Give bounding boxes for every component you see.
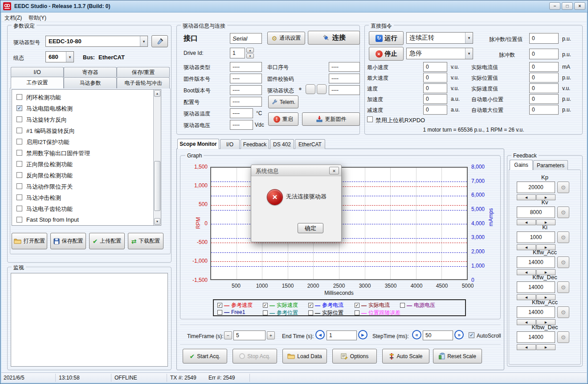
gain-dec-button[interactable]: ◀: [517, 344, 536, 350]
max-speed-input[interactable]: 0: [423, 73, 447, 83]
steptime-forward-button[interactable]: »: [454, 330, 464, 339]
status-button-1[interactable]: [306, 84, 315, 94]
tab-ethercat[interactable]: EtherCAT: [295, 139, 325, 149]
scroll-down-button[interactable]: ▼: [154, 218, 160, 225]
checkbox[interactable]: [16, 172, 22, 178]
comm-settings-button[interactable]: ⚙ 通讯设置: [267, 32, 305, 45]
steptime-input[interactable]: 50: [423, 330, 453, 340]
open-config-button[interactable]: 打开配置: [12, 233, 47, 249]
auto-max-pos-input[interactable]: 0: [529, 105, 559, 115]
start-acq-button[interactable]: ✔ Start Acq.: [183, 349, 227, 363]
legend-checkbox[interactable]: [217, 310, 222, 315]
timeframe-plus-button[interactable]: +: [267, 331, 275, 339]
legend-checkbox[interactable]: [263, 310, 268, 315]
pulse-input[interactable]: 0: [529, 49, 559, 59]
download-config-button[interactable]: ⇄ 下载配置: [128, 233, 163, 249]
autoscroll-checkbox[interactable]: ✓: [469, 332, 474, 338]
tab-work-settings[interactable]: 工作设置: [11, 77, 64, 88]
tab-save-reset[interactable]: 保存/重置: [117, 67, 170, 77]
chevron-down-icon[interactable]: ▾: [140, 36, 147, 46]
checkbox[interactable]: [16, 194, 22, 200]
speed-input[interactable]: 0: [423, 83, 447, 93]
gain-input-kfbw-acc[interactable]: 14000: [517, 306, 555, 318]
checkbox[interactable]: [16, 183, 22, 189]
dialog-close-button[interactable]: ×: [329, 167, 339, 174]
gain-gear-button[interactable]: ⚙: [557, 182, 569, 193]
tab-main-io[interactable]: I/O: [220, 139, 240, 149]
drive-id-spin-down[interactable]: ▼: [246, 54, 254, 58]
checkbox[interactable]: [16, 139, 22, 145]
legend-checkbox[interactable]: [308, 310, 313, 315]
tab-main-feedback[interactable]: Feedback: [241, 139, 269, 149]
legend-checkbox-checked[interactable]: ✓: [355, 303, 359, 308]
tab-io[interactable]: I/O: [11, 67, 64, 77]
tab-registers[interactable]: 寄存器: [64, 67, 117, 77]
legend-checkbox[interactable]: [400, 303, 405, 308]
model-picker-button[interactable]: [151, 35, 168, 47]
telem-button[interactable]: Telem.: [268, 95, 298, 108]
checkbox[interactable]: [16, 150, 22, 156]
endtime-skip-end-button[interactable]: ▶: [358, 330, 368, 339]
legend-checkbox-checked[interactable]: ✓: [263, 303, 268, 308]
gain-input-kv[interactable]: 8000: [517, 206, 555, 218]
load-data-button[interactable]: Load Data: [282, 349, 327, 363]
menu-item-help[interactable]: 帮助(Y): [29, 14, 46, 22]
gain-gear-button[interactable]: ⚙: [557, 331, 569, 343]
endtime-input[interactable]: 1: [327, 330, 357, 340]
gain-input-kffw-acc[interactable]: 14000: [517, 256, 555, 268]
tab-gains[interactable]: Gains: [510, 160, 533, 170]
restart-button[interactable]: ! 重启: [268, 112, 298, 126]
scrollbar-thumb[interactable]: [154, 161, 160, 211]
rxpdo-checkbox[interactable]: [367, 116, 373, 122]
config-combo[interactable]: 680 ▾: [45, 51, 74, 62]
checkbox[interactable]: [16, 161, 22, 167]
legend-checkbox-checked[interactable]: ✓: [217, 303, 222, 308]
reset-scale-button[interactable]: Reset Scale: [433, 349, 482, 363]
dialog-title-bar[interactable]: 系统信息 ×: [251, 165, 341, 176]
tab-ds402[interactable]: DS 402: [270, 139, 294, 149]
scroll-up-button[interactable]: ▲: [154, 90, 160, 97]
run-mode-combo[interactable]: 连续正转 ▾: [406, 32, 473, 44]
gain-input-kffw-dec[interactable]: 14000: [517, 281, 555, 293]
checkbox-checked[interactable]: ✓: [16, 105, 22, 111]
min-speed-input[interactable]: 0: [423, 62, 447, 72]
maximize-button[interactable]: □: [562, 2, 573, 10]
auto-scale-button[interactable]: Auto Scale: [382, 349, 429, 363]
gain-gear-button[interactable]: ⚙: [557, 256, 569, 268]
minimize-button[interactable]: –: [549, 2, 560, 10]
options-button[interactable]: Options: [332, 349, 377, 363]
tab-scope-monitor[interactable]: Scope Monitor: [177, 139, 219, 149]
checklist-scrollbar[interactable]: ▲ ▼: [153, 90, 161, 225]
legend-checkbox-checked[interactable]: ✓: [308, 303, 313, 308]
chevron-down-icon[interactable]: ▾: [66, 52, 74, 62]
gain-input-kp[interactable]: 20000: [517, 182, 555, 193]
update-firmware-button[interactable]: 更新固件: [302, 112, 360, 126]
checkbox[interactable]: [16, 116, 22, 122]
pulse-pos-input[interactable]: 0: [529, 33, 559, 44]
gain-inc-button[interactable]: ▶: [536, 344, 555, 350]
stop-button[interactable]: × 停止: [369, 47, 404, 61]
gain-input-kfbw-dec[interactable]: 14000: [517, 331, 555, 343]
auto-min-pos-input[interactable]: 0: [529, 94, 559, 104]
checkbox[interactable]: [16, 94, 22, 100]
dialog-ok-button[interactable]: 确定: [298, 223, 323, 233]
stop-mode-combo[interactable]: 急停 ▾: [406, 48, 473, 59]
drive-id-spin-up[interactable]: ▲: [246, 48, 254, 53]
run-button[interactable]: ↻ 运行: [369, 31, 404, 45]
save-config-button[interactable]: 保存配置: [50, 233, 86, 249]
close-button[interactable]: ×: [574, 2, 585, 10]
upload-config-button[interactable]: ✔ 上传配置: [89, 233, 125, 249]
gain-gear-button[interactable]: ⚙: [557, 206, 569, 218]
legend-checkbox[interactable]: [355, 310, 359, 315]
gain-gear-button[interactable]: ⚙: [557, 281, 569, 293]
menu-item-file[interactable]: 文档(Z): [4, 14, 22, 22]
drive-model-combo[interactable]: EEDC-10-80 ▾: [45, 36, 148, 47]
endtime-skip-start-button[interactable]: ◀: [315, 330, 325, 339]
tab-motor-params[interactable]: 马达参数: [64, 77, 117, 88]
interface-input[interactable]: Serial: [230, 33, 262, 44]
chevron-down-icon[interactable]: ▾: [465, 33, 473, 43]
checkbox[interactable]: [16, 206, 22, 211]
gain-gear-button[interactable]: ⚙: [557, 231, 569, 243]
steptime-rewind-button[interactable]: «: [412, 330, 421, 339]
drive-id-input[interactable]: 1: [230, 48, 245, 58]
